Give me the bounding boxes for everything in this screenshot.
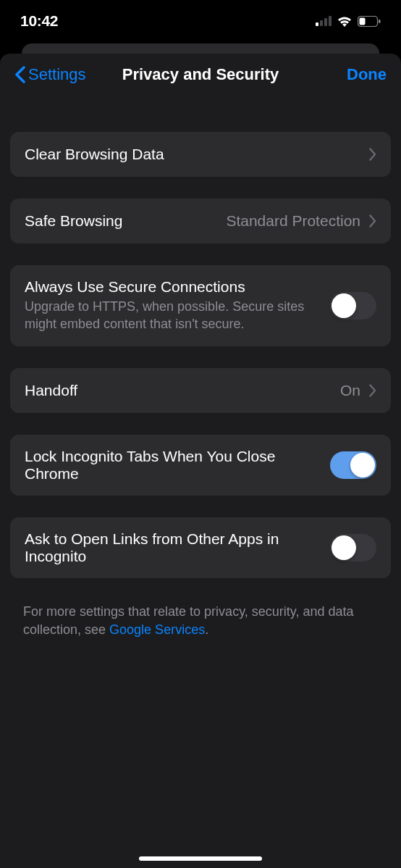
status-time: 10:42 <box>20 12 58 30</box>
chevron-right-icon <box>369 384 376 397</box>
status-bar: 10:42 <box>0 0 401 39</box>
secure-connections-toggle[interactable] <box>330 292 376 320</box>
lock-incognito-toggle[interactable] <box>330 451 376 479</box>
toggle-knob <box>332 293 356 318</box>
chevron-left-icon <box>14 66 25 83</box>
svg-rect-1 <box>320 20 323 26</box>
row-label: Ask to Open Links from Other Apps in Inc… <box>25 530 320 565</box>
footer-text: For more settings that relate to privacy… <box>10 600 391 642</box>
wifi-icon <box>337 15 353 27</box>
row-label: Handoff <box>25 382 340 399</box>
row-label: Always Use Secure Connections <box>25 278 320 296</box>
row-value: Standard Protection <box>226 212 360 230</box>
svg-rect-0 <box>316 22 318 26</box>
row-label: Safe Browsing <box>25 212 226 230</box>
footer-text-after: . <box>205 622 208 637</box>
ask-open-links-toggle[interactable] <box>330 534 376 562</box>
home-indicator[interactable] <box>139 856 262 861</box>
nav-bar: Settings Privacy and Security Done <box>0 54 401 96</box>
clear-browsing-data-row[interactable]: Clear Browsing Data <box>10 132 391 177</box>
svg-rect-3 <box>329 16 332 26</box>
chevron-right-icon <box>369 148 376 161</box>
secure-connections-row[interactable]: Always Use Secure Connections Upgrade to… <box>10 265 391 346</box>
toggle-knob <box>332 535 356 560</box>
settings-sheet: Settings Privacy and Security Done Clear… <box>0 54 401 868</box>
safe-browsing-row[interactable]: Safe Browsing Standard Protection <box>10 199 391 243</box>
handoff-row[interactable]: Handoff On <box>10 368 391 413</box>
chevron-right-icon <box>369 214 376 228</box>
cellular-icon <box>316 16 332 26</box>
content-area: Clear Browsing Data Safe Browsing Standa… <box>0 96 401 642</box>
google-services-link[interactable]: Google Services <box>109 622 205 637</box>
svg-rect-2 <box>324 18 327 26</box>
svg-rect-6 <box>360 17 366 25</box>
row-label: Clear Browsing Data <box>25 146 369 163</box>
row-label: Lock Incognito Tabs When You Close Chrom… <box>25 448 320 483</box>
lock-incognito-row[interactable]: Lock Incognito Tabs When You Close Chrom… <box>10 435 391 496</box>
toggle-knob <box>350 453 375 477</box>
back-label: Settings <box>28 65 86 84</box>
status-icons <box>316 15 381 27</box>
done-button[interactable]: Done <box>347 65 387 84</box>
row-value: On <box>340 382 360 399</box>
row-sublabel: Upgrade to HTTPS, when possible. Secure … <box>25 298 320 333</box>
back-button[interactable]: Settings <box>14 65 86 84</box>
page-title: Privacy and Security <box>122 65 279 84</box>
battery-icon <box>358 16 381 27</box>
ask-open-links-row[interactable]: Ask to Open Links from Other Apps in Inc… <box>10 517 391 578</box>
svg-rect-5 <box>379 20 381 23</box>
